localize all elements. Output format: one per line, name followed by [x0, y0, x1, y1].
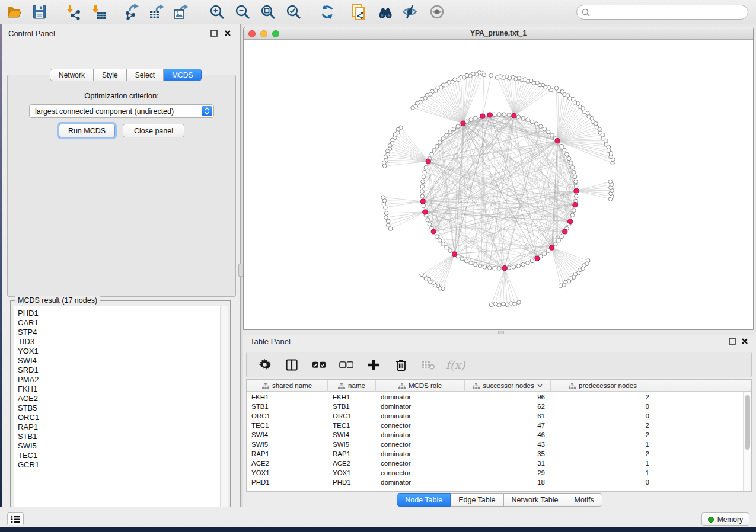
select-all-columns-icon[interactable] [312, 358, 326, 372]
graph-node[interactable] [543, 127, 547, 132]
table-cell[interactable]: 43 [465, 440, 545, 449]
table-cell[interactable]: connector [381, 421, 464, 430]
graph-mcds-hub-node[interactable] [480, 114, 485, 118]
run-mcds-button[interactable]: Run MCDS [59, 124, 115, 137]
graph-leaf-node[interactable] [513, 302, 517, 306]
table-cell[interactable]: 1 [551, 440, 649, 449]
mcds-result-item[interactable]: GCR1 [18, 460, 39, 470]
table-cell[interactable]: connector [381, 459, 464, 468]
table-cell[interactable]: 61 [465, 411, 545, 421]
column-header-shared-name[interactable]: shared name [247, 380, 328, 392]
graph-mcds-hub-node[interactable] [573, 203, 578, 207]
float-panel-icon[interactable] [210, 29, 218, 37]
graph-node[interactable] [497, 113, 502, 117]
graph-node[interactable] [469, 118, 473, 122]
graph-leaf-node[interactable] [420, 273, 424, 277]
graph-leaf-node[interactable] [559, 284, 563, 288]
tab-edge-table[interactable]: Edge Table [451, 493, 503, 507]
tab-motifs[interactable]: Motifs [566, 493, 602, 507]
graph-node[interactable] [538, 124, 543, 129]
table-cell[interactable]: SWI4 [251, 430, 327, 440]
graph-node[interactable] [438, 239, 442, 243]
graph-node[interactable] [456, 124, 460, 129]
graph-leaf-node[interactable] [411, 106, 415, 110]
graph-mcds-hub-node[interactable] [423, 210, 428, 214]
table-cell[interactable]: dominator [381, 430, 464, 440]
horizontal-splitter[interactable] [243, 330, 756, 335]
column-header-name[interactable]: name [328, 380, 376, 392]
graph-node[interactable] [478, 264, 482, 268]
graph-leaf-node[interactable] [489, 303, 493, 307]
tab-network[interactable]: Network [50, 69, 94, 81]
refresh-layout-icon[interactable] [319, 4, 336, 20]
table-cell[interactable]: 18 [465, 477, 545, 487]
table-cell[interactable]: dominator [381, 392, 464, 402]
graph-node[interactable] [423, 170, 427, 174]
mcds-result-item[interactable]: ORC1 [18, 413, 39, 422]
table-cell[interactable]: RAP1 [333, 449, 375, 459]
graph-mcds-hub-node[interactable] [568, 219, 573, 224]
graph-node[interactable] [474, 262, 478, 267]
tab-select[interactable]: Select [127, 69, 164, 81]
table-cell[interactable]: FKH1 [251, 392, 327, 402]
export-image-icon[interactable] [173, 4, 189, 20]
table-cell[interactable]: dominator [381, 411, 464, 421]
mcds-result-list[interactable]: PHD1CAR1STP4TID3YOX1SWI4SRD1PMA2FKH1ACE2… [14, 306, 228, 518]
table-cell[interactable]: ACE2 [333, 459, 375, 468]
table-cell[interactable]: STB1 [333, 402, 375, 411]
graph-node[interactable] [530, 120, 534, 124]
graph-node[interactable] [560, 144, 564, 148]
table-cell[interactable]: 0 [551, 402, 649, 411]
graph-leaf-node[interactable] [493, 302, 497, 306]
table-cell[interactable]: 47 [465, 421, 545, 430]
table-cell[interactable]: TEC1 [251, 421, 327, 430]
export-network-icon[interactable] [123, 4, 139, 20]
mcds-list-scrollbar[interactable] [220, 306, 228, 517]
graph-node[interactable] [563, 148, 567, 152]
table-cell[interactable]: PHD1 [251, 477, 327, 487]
table-cell[interactable]: 31 [465, 459, 545, 468]
mcds-result-item[interactable]: ACE2 [18, 394, 39, 403]
table-cell[interactable]: STB1 [251, 402, 327, 411]
mcds-result-item[interactable]: STB5 [18, 403, 39, 413]
graph-node[interactable] [572, 209, 576, 213]
graph-node[interactable] [420, 194, 425, 198]
tab-style[interactable]: Style [94, 69, 127, 81]
table-cell[interactable]: dominator [381, 477, 464, 487]
graph-node[interactable] [448, 130, 452, 134]
memory-button[interactable]: Memory [701, 512, 749, 526]
network-window-titlebar[interactable]: YPA_prune.txt_1 [244, 27, 753, 40]
graph-node[interactable] [507, 266, 511, 270]
graph-node[interactable] [574, 194, 578, 198]
network-canvas[interactable] [244, 40, 753, 329]
graph-node[interactable] [550, 133, 554, 137]
import-network-icon[interactable] [65, 4, 81, 20]
zoom-in-icon[interactable] [209, 4, 225, 20]
close-panel-button[interactable]: Close panel [123, 124, 184, 137]
graph-node[interactable] [493, 266, 497, 270]
find-icon[interactable] [377, 4, 394, 20]
graph-mcds-hub-node[interactable] [555, 139, 560, 143]
column-header-MCDS-role[interactable]: MCDS role [376, 380, 465, 392]
graph-mcds-hub-node[interactable] [452, 252, 457, 257]
graph-node[interactable] [460, 257, 464, 261]
graph-node[interactable] [435, 235, 439, 239]
show-column-panel-icon[interactable] [285, 358, 299, 372]
graph-leaf-node[interactable] [381, 196, 385, 200]
deselect-all-columns-icon[interactable] [339, 358, 353, 372]
mcds-result-item[interactable]: CAR1 [18, 318, 39, 328]
table-cell[interactable]: 46 [465, 430, 545, 440]
zoom-out-icon[interactable] [234, 4, 251, 20]
table-scrollbar[interactable] [743, 392, 751, 492]
mcds-result-item[interactable]: RAP1 [18, 422, 39, 432]
graph-node[interactable] [570, 166, 575, 170]
graph-mcds-hub-node[interactable] [426, 159, 430, 164]
mcds-result-item[interactable]: SWI4 [18, 356, 39, 366]
search-box[interactable] [576, 5, 748, 20]
graph-mcds-hub-node[interactable] [487, 113, 492, 117]
create-column-plus-icon[interactable] [366, 358, 381, 372]
save-icon[interactable] [31, 4, 47, 20]
graph-node[interactable] [438, 140, 442, 145]
table-cell[interactable]: ORC1 [333, 411, 375, 421]
close-panel-icon[interactable] [224, 29, 232, 37]
